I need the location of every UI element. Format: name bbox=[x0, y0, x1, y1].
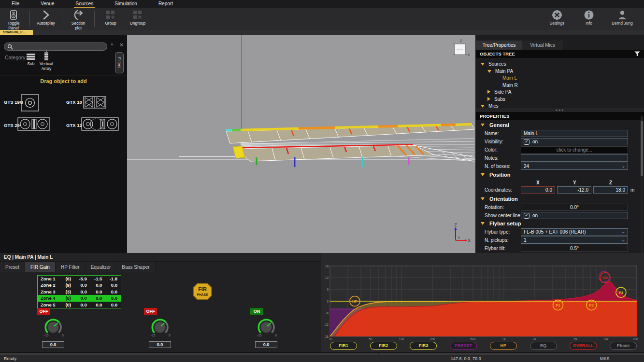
category-vertical-array[interactable]: VerticalArray bbox=[38, 51, 55, 71]
collapse-panel-icon[interactable]: ^ bbox=[111, 42, 113, 48]
tab-hp-filter[interactable]: HP Filter bbox=[56, 262, 86, 272]
hp-curve-button[interactable]: HP bbox=[490, 342, 517, 350]
coordinate-y-field[interactable]: -12.0 bbox=[557, 186, 591, 194]
document-tab[interactable]: Stadium_E... bbox=[0, 30, 33, 35]
tree-item-sources[interactable]: Sources bbox=[481, 61, 506, 68]
library-item-gts19g[interactable] bbox=[20, 94, 40, 112]
fir1-curve-button[interactable]: FIR1 bbox=[330, 342, 357, 350]
tree-item-subs[interactable]: Subs bbox=[487, 96, 505, 103]
section-arrow-icon[interactable] bbox=[481, 124, 485, 126]
user-label: Bernd Jung bbox=[612, 21, 632, 26]
fir3-gain-value[interactable]: 0.0 bbox=[255, 341, 277, 348]
collapse-arrow-icon[interactable] bbox=[487, 97, 490, 101]
section-arrow-icon[interactable] bbox=[481, 197, 485, 200]
search-input[interactable] bbox=[4, 42, 107, 51]
svg-text:12: 12 bbox=[325, 276, 329, 279]
boxes-select[interactable]: 24⌄ bbox=[521, 163, 628, 170]
menu-report[interactable]: Report bbox=[157, 0, 175, 8]
section-arrow-icon[interactable] bbox=[481, 173, 485, 176]
section-position[interactable]: Position bbox=[489, 172, 510, 178]
fir3-state-badge[interactable]: ON bbox=[250, 308, 263, 315]
gain-knob[interactable]: -15 6 bbox=[253, 316, 280, 340]
ungroup-button[interactable]: Ungroup bbox=[124, 8, 151, 29]
zone-row[interactable]: Zone 2(9) 0.00.00.0 bbox=[38, 282, 121, 288]
expand-arrow-icon[interactable] bbox=[481, 105, 485, 108]
flybar-type-select[interactable]: FL-B 005 + EXT 006 (REAR)⌄ bbox=[521, 228, 628, 236]
svg-text:100: 100 bbox=[399, 337, 404, 341]
svg-text:FIR: FIR bbox=[198, 286, 207, 292]
info-button[interactable]: Info bbox=[575, 8, 602, 29]
pickups-select[interactable]: 1⌄ bbox=[521, 237, 628, 244]
expand-arrow-icon[interactable] bbox=[487, 70, 491, 73]
visibility-checkbox[interactable]: ✓ bbox=[524, 139, 530, 145]
panel-splitter[interactable]: ●●● bbox=[476, 108, 644, 112]
fir1-state-badge[interactable]: OFF bbox=[37, 308, 50, 315]
sub-category-icon bbox=[26, 53, 36, 60]
library-item-gtx12[interactable] bbox=[81, 117, 119, 131]
toggle-panel-button[interactable]: TogglePanel bbox=[0, 8, 27, 29]
section-arrow-icon[interactable] bbox=[481, 222, 485, 225]
menu-sources[interactable]: Sources bbox=[74, 0, 96, 8]
zone-row[interactable]: Zone 3(3) 0.00.00.0 bbox=[38, 289, 121, 295]
menu-simulation[interactable]: Simulation bbox=[113, 0, 139, 8]
eq-transfer-chart[interactable]: HP F1 F2 OV F3 18 12 6 0 -6 bbox=[321, 253, 644, 341]
zone-row-selected[interactable]: Zone 4(6) 0.00.00.0 bbox=[38, 295, 121, 301]
coordinate-z-field[interactable]: 18.0 bbox=[593, 186, 628, 194]
filters-button[interactable]: Filters bbox=[115, 52, 124, 73]
centerline-field[interactable]: ✓ on bbox=[521, 212, 628, 219]
user-button[interactable]: Bernd Jung bbox=[607, 8, 637, 29]
library-item-gts29[interactable] bbox=[17, 117, 50, 131]
name-field[interactable]: Main L bbox=[521, 130, 628, 137]
collapse-arrow-icon[interactable] bbox=[487, 90, 490, 94]
color-field[interactable]: click to change... bbox=[521, 146, 628, 153]
tab-preset[interactable]: Preset bbox=[0, 262, 25, 272]
view-cube[interactable]: Z FRONT X bbox=[450, 38, 471, 59]
tab-equalizer[interactable]: Equalizer bbox=[86, 262, 117, 272]
fir2-gain-value[interactable]: 0.0 bbox=[149, 341, 171, 348]
section-orientation[interactable]: Orientation bbox=[489, 196, 518, 202]
centerline-checkbox[interactable]: ✓ bbox=[524, 213, 530, 219]
tab-virtual-mics[interactable]: Virtual Mics bbox=[522, 41, 563, 50]
notes-field[interactable] bbox=[521, 154, 628, 162]
flybar-tilt-field[interactable]: 0.5° bbox=[521, 245, 628, 252]
gain-knob[interactable]: -15 6 bbox=[146, 316, 173, 340]
overall-curve-button[interactable]: OVERALL bbox=[570, 342, 597, 350]
tab-tree-properties[interactable]: Tree/Properties bbox=[476, 41, 522, 50]
group-button[interactable]: Group bbox=[97, 8, 124, 29]
preset-curve-button[interactable]: PRESET bbox=[450, 342, 477, 350]
fir1-gain-value[interactable]: 0.0 bbox=[42, 341, 64, 348]
expand-arrow-icon[interactable] bbox=[481, 63, 485, 66]
settings-button[interactable]: Settings bbox=[544, 8, 571, 29]
tree-filter-icon[interactable] bbox=[634, 51, 640, 56]
section-viewport[interactable]: Z FRONT X Z Y X bbox=[127, 35, 475, 253]
coordinate-x-field[interactable]: 0.0 bbox=[521, 186, 555, 194]
fir2-curve-button[interactable]: FIR2 bbox=[370, 342, 397, 350]
rotation-field[interactable]: 0.0° bbox=[521, 204, 628, 211]
menu-venue[interactable]: Venue bbox=[39, 0, 56, 8]
right-panel: Tree/Properties Virtual Mics OBJECTS TRE… bbox=[476, 35, 644, 253]
zone-row[interactable]: Zone 1(6) -5.9-1.5-1.8 bbox=[38, 276, 121, 282]
menu-file[interactable]: File bbox=[10, 0, 21, 8]
eq-curve-button[interactable]: EQ bbox=[530, 342, 557, 350]
fir3-curve-button[interactable]: FIR3 bbox=[410, 342, 437, 350]
tree-item-main-l[interactable]: Main L bbox=[502, 75, 517, 82]
library-item-gtx10[interactable] bbox=[83, 96, 106, 109]
tree-item-main-pa[interactable]: Main PA bbox=[487, 68, 513, 75]
zone-row[interactable]: Zone 5(0) 0.00.00.0 bbox=[38, 302, 121, 308]
section-general[interactable]: General bbox=[489, 122, 509, 128]
scrollbar-thumb[interactable] bbox=[641, 121, 643, 176]
tab-bass-shaper[interactable]: Bass Shaper bbox=[116, 262, 155, 272]
visibility-field[interactable]: ✓ on bbox=[521, 138, 628, 145]
fir2-state-badge[interactable]: OFF bbox=[144, 308, 157, 315]
gain-knob[interactable]: -15 6 bbox=[40, 316, 67, 340]
tree-item-main-r[interactable]: Main R bbox=[502, 82, 518, 89]
tab-fir-gain[interactable]: FIR Gain bbox=[25, 262, 56, 272]
phase-curve-button[interactable]: Phase bbox=[610, 342, 637, 350]
category-sub[interactable]: Sub bbox=[23, 53, 39, 67]
autosplay-button[interactable]: Autosplay bbox=[32, 8, 59, 29]
section-plot-button[interactable]: Sectionplot bbox=[65, 8, 92, 29]
section-flybar[interactable]: Flybar setup bbox=[489, 221, 521, 226]
tree-item-side-pa[interactable]: Side PA bbox=[487, 89, 511, 96]
close-panel-icon[interactable]: ✕ bbox=[119, 42, 124, 48]
properties-scrollbar[interactable] bbox=[641, 116, 643, 253]
